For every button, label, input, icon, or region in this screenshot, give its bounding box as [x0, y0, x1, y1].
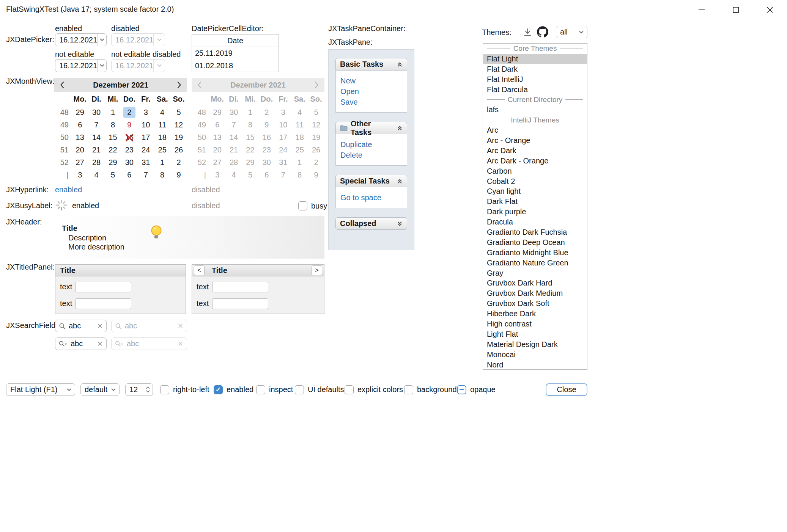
day-cell[interactable]: 30 [121, 156, 137, 169]
theme-list-item[interactable]: Gradianto Midnight Blue [483, 248, 587, 258]
theme-list-item[interactable]: Gruvbox Dark Hard [483, 278, 587, 288]
taskpane-header[interactable]: Special Tasks [335, 175, 407, 187]
prev-button[interactable]: < [194, 265, 205, 275]
day-cell[interactable]: 30 [225, 106, 242, 119]
task-link[interactable]: Go to space [340, 192, 407, 203]
day-cell[interactable]: 25 [291, 144, 308, 156]
maximize-button[interactable] [719, 0, 753, 20]
datepicker-not-editable[interactable]: 16.12.2021 [55, 59, 107, 72]
day-cell[interactable]: 6 [72, 119, 88, 131]
checkbox-opaque[interactable]: opaque [457, 383, 496, 396]
theme-list-item[interactable]: Flat IntelliJ [483, 74, 587, 85]
spinner-buttons[interactable] [143, 384, 153, 395]
search-field[interactable]: abc ✕ [55, 320, 107, 332]
day-cell[interactable]: 3 [209, 169, 225, 181]
checkbox-ui-defaults[interactable]: UI defaults [295, 383, 344, 396]
text-input[interactable] [212, 282, 268, 292]
day-cell[interactable]: 21 [88, 144, 104, 156]
theme-list-item[interactable]: Carbon [483, 166, 587, 176]
collapse-chevron-icon[interactable] [397, 178, 403, 184]
theme-list-item[interactable]: Arc - Orange [483, 135, 587, 146]
day-cell[interactable]: 16 [258, 131, 275, 144]
day-cell[interactable]: 10 [275, 119, 291, 131]
day-cell[interactable]: 4 [291, 106, 308, 119]
theme-list-item[interactable]: Dracula [483, 217, 587, 227]
day-cell[interactable]: 24 [138, 144, 154, 156]
hyperlink-enabled[interactable]: enabled [55, 185, 82, 194]
day-cell[interactable]: 6 [209, 119, 225, 131]
day-cell[interactable]: 28 [225, 156, 242, 169]
day-cell[interactable]: 18 [154, 131, 170, 144]
search-field-value[interactable]: abc [71, 339, 94, 348]
day-cell[interactable]: 29 [72, 106, 88, 119]
day-cell[interactable]: 17 [138, 131, 154, 144]
taskpane-header[interactable]: Collapsed [335, 217, 407, 230]
day-cell[interactable]: 27 [72, 156, 88, 169]
day-cell[interactable]: 19 [308, 131, 324, 144]
checkbox-box[interactable] [256, 385, 265, 394]
themes-list[interactable]: Core ThemesFlat LightFlat DarkFlat Intel… [483, 43, 587, 370]
checkbox-background[interactable]: background [404, 383, 457, 396]
checkbox-box[interactable] [214, 385, 223, 394]
day-cell[interactable]: 15 [242, 131, 258, 144]
day-cell[interactable]: 9 [121, 119, 137, 131]
day-cell[interactable]: 19 [170, 131, 187, 144]
theme-list-item[interactable]: lafs [483, 105, 587, 115]
checkbox-right-to-left[interactable]: right-to-left [160, 383, 209, 396]
day-cell[interactable]: 4 [154, 106, 170, 119]
text-input[interactable] [75, 282, 131, 292]
collapse-chevron-icon[interactable] [397, 61, 403, 67]
day-cell[interactable]: 8 [242, 119, 258, 131]
day-cell[interactable]: 11 [291, 119, 308, 131]
github-icon[interactable] [537, 26, 548, 38]
day-cell[interactable]: 22 [105, 144, 121, 156]
day-cell[interactable]: 9 [170, 169, 187, 181]
day-cell[interactable]: 25 [154, 144, 170, 156]
taskpane-header[interactable]: Basic Tasks [335, 58, 407, 71]
laf-combo[interactable]: Flat Light (F1) [6, 383, 75, 396]
checkbox-box[interactable] [295, 385, 304, 394]
day-cell[interactable]: 15 [105, 131, 121, 144]
day-cell[interactable]: 20 [72, 144, 88, 156]
theme-list-item[interactable]: Cyan light [483, 186, 587, 196]
day-cell[interactable]: 8 [291, 169, 308, 181]
theme-list-item[interactable]: Gradianto Nature Green [483, 258, 587, 268]
day-cell[interactable]: 3 [72, 169, 88, 181]
task-link[interactable]: Duplicate [340, 139, 407, 150]
day-cell[interactable]: 23 [258, 144, 275, 156]
spinner-value[interactable]: 12 [126, 384, 143, 395]
day-cell[interactable]: 31 [138, 156, 154, 169]
day-cell[interactable]: 4 [88, 169, 104, 181]
day-cell[interactable]: 30 [88, 106, 104, 119]
clear-icon[interactable]: ✕ [97, 322, 103, 330]
day-cell[interactable]: 7 [225, 119, 242, 131]
day-cell[interactable]: 6 [258, 169, 275, 181]
prev-month-icon[interactable] [60, 81, 65, 89]
theme-list-item[interactable]: Gruvbox Dark Soft [483, 298, 587, 309]
download-icon[interactable] [523, 28, 532, 37]
theme-list-item[interactable]: Nord [483, 360, 587, 370]
day-cell[interactable]: 11 [154, 119, 170, 131]
theme-list-item[interactable]: Material Design Dark [483, 339, 587, 350]
day-cell[interactable]: 8 [154, 169, 170, 181]
day-cell[interactable]: 3 [138, 106, 154, 119]
day-cell[interactable]: 18 [291, 131, 308, 144]
checkbox-enabled[interactable]: enabled [214, 383, 253, 396]
day-cell[interactable]: 5 [105, 169, 121, 181]
close-button[interactable]: Close [546, 383, 587, 396]
themes-filter-combo[interactable]: all [556, 26, 587, 38]
theme-list-item[interactable]: Dark purple [483, 207, 587, 217]
text-input[interactable] [75, 298, 131, 309]
checkbox-box[interactable] [160, 385, 169, 394]
day-cell[interactable]: 21 [225, 144, 242, 156]
search-icon[interactable] [59, 323, 66, 330]
theme-list-item[interactable]: Monocai [483, 350, 587, 360]
day-cell[interactable]: 5 [308, 106, 324, 119]
theme-list-item[interactable]: Flat Dark [483, 64, 587, 74]
theme-list-item[interactable]: Flat Light [483, 54, 587, 64]
style-combo[interactable]: default [80, 383, 120, 396]
checkbox-box[interactable] [298, 201, 307, 210]
day-cell[interactable]: 24 [275, 144, 291, 156]
text-input[interactable] [212, 298, 268, 309]
day-cell[interactable]: 17 [275, 131, 291, 144]
